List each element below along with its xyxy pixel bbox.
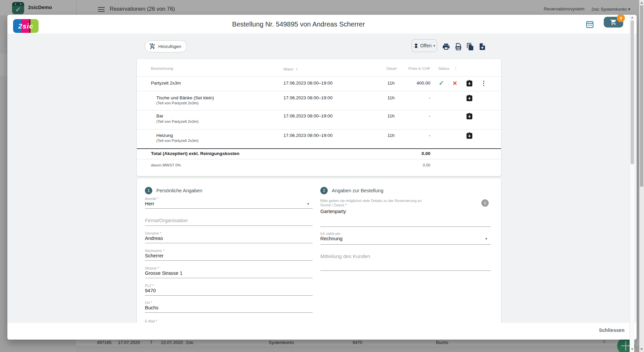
col-dauer[interactable]: Dauer xyxy=(386,66,397,70)
vat-value: 0.00 xyxy=(423,163,430,167)
item-when: 17.06.2023 08:00–19:00 xyxy=(283,81,332,86)
order-items-card: Bezeichnung Wann ↑ Dauer Preis in CHF St… xyxy=(137,59,501,176)
svg-text:PDF: PDF xyxy=(457,47,461,49)
calendar-icon[interactable] xyxy=(583,17,596,31)
total-value: 0.00 xyxy=(422,151,430,156)
item-name: Heizung xyxy=(156,133,173,138)
nachname-value: Scherrer xyxy=(145,253,164,258)
dialog-scrollbar[interactable] xyxy=(630,15,634,352)
item-price: 400.00 xyxy=(417,81,430,86)
column-menu-icon[interactable]: ⋮ xyxy=(453,66,458,71)
status-dropdown[interactable]: Offen ▾ xyxy=(412,39,437,52)
screen: ✓ 2sicDemo Reservationen (26 von 76) Res… xyxy=(0,0,644,352)
chevron-down-icon: ▾ xyxy=(433,44,435,48)
plz-label: PLZ * xyxy=(145,284,154,288)
step-1-badge: 1 xyxy=(145,187,152,194)
reject-icon[interactable]: ✕ xyxy=(452,80,460,87)
item-duration: 11h xyxy=(387,133,395,138)
chevron-down-icon: ▾ xyxy=(307,202,309,206)
scroll-down-icon[interactable] xyxy=(640,348,643,350)
item-when: 17.06.2023 08:00–19:00 xyxy=(283,113,332,118)
item-duration: 11h xyxy=(387,95,395,100)
shopping-cart-icon xyxy=(610,19,617,26)
item-name: Tische und Bänke (Set klein) xyxy=(156,95,214,100)
item-price: - xyxy=(429,133,431,138)
inventory-box-icon[interactable] xyxy=(466,80,473,87)
hourglass-icon xyxy=(414,43,419,48)
order-section-title: Angaben zur Bestellung xyxy=(332,188,383,193)
add-item-button[interactable]: Hinzufügen xyxy=(145,40,187,52)
reason-hint: Bitte geben sie möglichst viele Details … xyxy=(320,199,422,203)
chevron-down-icon: ▾ xyxy=(485,237,487,241)
step-2-badge: 2 xyxy=(320,187,328,194)
vat-label: davon MWST 0% xyxy=(151,163,181,167)
reason-label: Grund / Zweck * xyxy=(320,203,347,207)
row-menu-icon[interactable]: ⋮ xyxy=(481,80,488,87)
scroll-up-icon[interactable] xyxy=(640,2,643,4)
reason-value: Gartenparty xyxy=(320,209,346,214)
close-button[interactable]: Schliessen xyxy=(599,328,625,333)
print-button[interactable] xyxy=(442,43,450,51)
add-shopping-cart-icon xyxy=(149,43,156,50)
info-icon[interactable]: i xyxy=(481,199,489,207)
col-preis[interactable]: Preis in CHF xyxy=(409,66,430,70)
payment-label: Ich zahle per xyxy=(320,232,340,236)
item-when: 17.06.2023 08:00–19:00 xyxy=(283,95,332,100)
total-label: Total (Akzeptiert) exkl. Reinigungskoste… xyxy=(151,151,239,156)
plz-value: 9470 xyxy=(145,288,156,293)
item-name: Bar xyxy=(156,113,163,118)
status-label: Offen xyxy=(420,43,432,48)
cart-count-badge: 4 xyxy=(617,15,625,22)
add-item-label: Hinzufügen xyxy=(158,44,181,49)
scrollbar-thumb[interactable] xyxy=(631,20,634,164)
copy-button[interactable] xyxy=(466,43,474,51)
col-status[interactable]: Status xyxy=(438,66,449,70)
accept-icon[interactable]: ✓ xyxy=(439,79,446,87)
dialog-footer: Schliessen xyxy=(7,323,637,340)
add-file-button[interactable] xyxy=(478,43,486,51)
anrede-label: Anrede * xyxy=(145,197,159,201)
inventory-box-icon[interactable] xyxy=(466,112,473,120)
item-name: Partyzelt 2x3m xyxy=(151,81,181,86)
vorname-label: Vorname * xyxy=(145,231,161,235)
dialog-title: Bestellung Nr. 549895 von Andreas Scherr… xyxy=(7,20,590,28)
ort-value: Buchs xyxy=(145,305,158,310)
item-parent-note: (Teil von Partyzelt 2x3m) xyxy=(156,139,199,143)
browser-scrollbar[interactable] xyxy=(639,0,644,352)
item-parent-note: (Teil von Partyzelt 2x3m) xyxy=(156,119,199,123)
scroll-up-icon[interactable] xyxy=(631,16,634,18)
pdf-export-button[interactable]: PDF xyxy=(454,43,462,51)
anrede-value: Herr xyxy=(145,201,154,206)
vorname-value: Andreas xyxy=(145,236,163,241)
scrollbar-thumb[interactable] xyxy=(640,5,643,187)
personal-section-title: Persönliche Angaben xyxy=(156,188,202,193)
order-dialog: 2sic Bestellung Nr. 549895 von Andreas S… xyxy=(7,15,637,340)
sort-asc-icon: ↑ xyxy=(294,66,298,71)
item-price: - xyxy=(429,95,431,100)
customer-message-placeholder: Mitteilung des Kunden xyxy=(320,253,370,259)
item-duration: 11h xyxy=(387,81,395,86)
scroll-down-icon[interactable] xyxy=(631,348,634,350)
inventory-box-icon[interactable] xyxy=(466,94,473,102)
order-form-card: 1 Persönliche Angaben Anrede * Herr ▾ Fi… xyxy=(137,179,501,338)
item-price: - xyxy=(429,113,431,118)
firma-placeholder: Firma/Organisation xyxy=(145,217,188,223)
nachname-label: Nachname * xyxy=(145,249,164,253)
col-bezeichnung[interactable]: Bezeichnung xyxy=(151,66,173,70)
inventory-box-icon[interactable] xyxy=(466,132,473,139)
ort-label: Ort * xyxy=(145,301,152,305)
item-parent-note: (Teil von Partyzelt 2x3m) xyxy=(156,101,199,105)
payment-value: Rechnung xyxy=(320,236,342,241)
col-wann[interactable]: Wann ↑ xyxy=(283,66,298,71)
item-when: 17.06.2023 08:00–19:00 xyxy=(283,133,332,138)
strasse-label: Strasse * xyxy=(145,266,159,270)
item-duration: 11h xyxy=(387,113,395,118)
strasse-value: Grosse Strasse 1 xyxy=(145,270,182,276)
